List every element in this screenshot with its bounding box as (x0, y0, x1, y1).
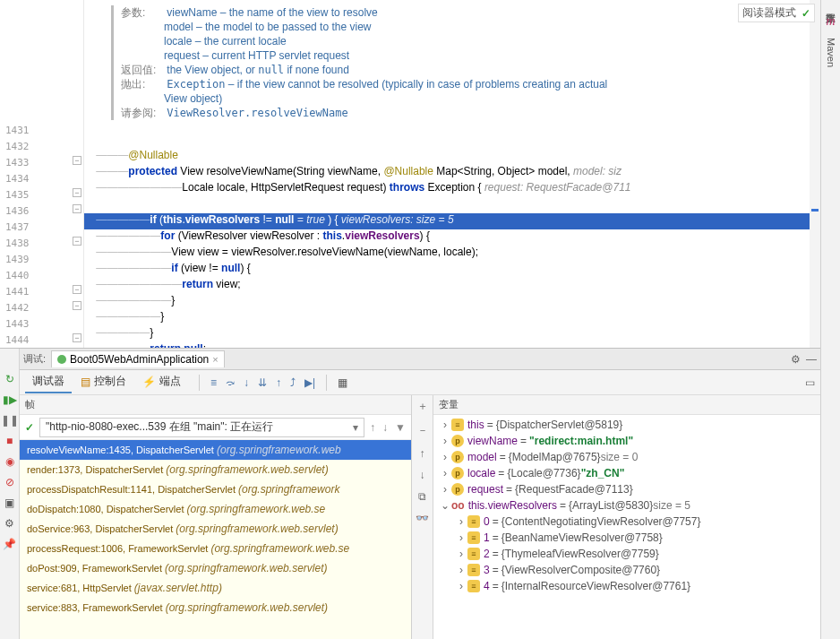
code-line[interactable]: ————————return view; (84, 278, 820, 294)
fold-icon[interactable]: − (73, 301, 81, 310)
variable-row[interactable]: ›pviewName = "redirect:main.html" (437, 433, 817, 449)
gutter-line[interactable]: 1437 (0, 219, 83, 235)
tree-twisty-icon[interactable]: ⌄ (439, 499, 451, 512)
variable-row[interactable]: ›≡0 = {ContentNegotiatingViewResolver@77… (437, 514, 817, 530)
code-line[interactable] (84, 197, 820, 213)
gutter-line[interactable]: 1436− (0, 203, 83, 219)
tree-twisty-icon[interactable]: › (455, 515, 467, 528)
copy-icon[interactable]: ⧉ (418, 490, 426, 503)
reader-mode-toggle[interactable]: 阅读器模式 ✓ (738, 4, 815, 22)
variable-row[interactable]: ›≡2 = {ThymeleafViewResolver@7759} (437, 546, 817, 562)
variable-row[interactable]: ›prequest = {RequestFacade@7113} (437, 481, 817, 497)
next-frame-icon[interactable]: ↓ (382, 421, 388, 434)
fold-icon[interactable]: − (73, 156, 81, 165)
tree-twisty-icon[interactable]: › (455, 548, 467, 560)
stack-frame[interactable]: processRequest:1006, FrameworkServlet (o… (20, 539, 411, 558)
code-line[interactable]: ———————View view = viewResolver.resolveV… (84, 246, 820, 262)
tab-breakpoints[interactable]: ⚡端点 (135, 371, 188, 393)
code-line[interactable]: ——————for (ViewResolver viewResolver : t… (84, 229, 820, 246)
remove-watch-icon[interactable]: － (417, 423, 428, 438)
filter-icon[interactable]: ▼ (395, 421, 406, 434)
gutter-line[interactable]: 1442− (0, 299, 83, 315)
stack-frame[interactable]: service:681, HttpServlet (javax.servlet.… (20, 578, 411, 598)
drop-frame-icon[interactable]: ⤴ (290, 376, 296, 389)
code-line[interactable]: ———————if (view != null) { (84, 262, 820, 278)
settings-icon[interactable]: ⚙ (3, 516, 16, 530)
fold-icon[interactable]: − (73, 237, 81, 246)
variable-row[interactable]: ›≡1 = {BeanNameViewResolver@7758} (437, 530, 817, 546)
code-column[interactable]: 参数: viewName – the name of the view to r… (84, 0, 820, 348)
tree-twisty-icon[interactable]: › (439, 483, 451, 496)
camera-icon[interactable]: ▣ (3, 496, 16, 509)
variable-row[interactable]: ›pmodel = {ModelMap@7675} size = 0 (437, 449, 817, 465)
editor-scrollbar[interactable] (810, 0, 820, 348)
show-exec-point-icon[interactable]: ≡ (210, 376, 217, 389)
gutter-line[interactable]: 1439 (0, 251, 83, 267)
stack-frame[interactable]: doDispatch:1080, DispatcherServlet (org.… (20, 499, 411, 519)
fold-icon[interactable]: − (73, 188, 81, 197)
prev-frame-icon[interactable]: ↑ (370, 421, 375, 434)
gutter-line[interactable]: 1441− (0, 283, 83, 299)
variable-row[interactable]: ›≡4 = {InternalResourceViewResolver@7761… (437, 578, 817, 594)
gear-icon[interactable]: ⚙ (791, 353, 801, 366)
pin-icon[interactable]: 📌 (3, 537, 16, 550)
variable-row[interactable]: ›≡this = {DispatcherServlet@5819} (437, 417, 817, 433)
variable-row[interactable]: ›≡3 = {ViewResolverComposite@7760} (437, 562, 817, 578)
close-icon[interactable]: × (212, 354, 218, 365)
code-line[interactable]: ———————} (84, 294, 820, 310)
code-line[interactable]: —————return null; (84, 342, 820, 348)
gutter-line[interactable]: 1444− (0, 332, 83, 348)
code-line[interactable]: ——————} (84, 310, 820, 326)
fold-icon[interactable]: − (73, 333, 81, 342)
minimize-icon[interactable]: — (806, 353, 817, 366)
run-to-cursor-icon[interactable]: ▶| (304, 376, 315, 389)
gutter-line[interactable]: 1438− (0, 235, 83, 251)
fold-icon[interactable]: − (73, 285, 81, 294)
code-line[interactable]: ————————Locale locale, HttpServletReques… (84, 181, 820, 197)
glasses-icon[interactable]: 👓 (416, 512, 429, 524)
pause-icon[interactable]: ❚❚ (3, 413, 16, 427)
code-line[interactable]: ———@Nullable (84, 149, 820, 165)
variables-list[interactable]: ›≡this = {DispatcherServlet@5819}›pviewN… (433, 415, 820, 639)
up-icon[interactable]: ↑ (420, 447, 425, 460)
gutter-line[interactable]: 1443 (0, 315, 83, 332)
stack-frame[interactable]: render:1373, DispatcherServlet (org.spri… (20, 460, 411, 479)
gutter-line[interactable]: 1433− (0, 154, 83, 170)
variable-row[interactable]: ⌄oothis.viewResolvers = {ArrayList@5830}… (437, 497, 817, 514)
tree-twisty-icon[interactable]: › (455, 531, 467, 544)
gutter-line[interactable]: 1434 (0, 170, 83, 186)
maven-icon[interactable]: m (826, 14, 835, 29)
stack-frame[interactable]: processDispatchResult:1141, DispatcherSe… (20, 479, 411, 499)
stack-frame[interactable]: doPost:909, FrameworkServlet (org.spring… (20, 558, 411, 578)
stack-frame[interactable]: service:883, FrameworkServlet (org.sprin… (20, 598, 411, 617)
stack-frame[interactable]: doService:963, DispatcherServlet (org.sp… (20, 519, 411, 539)
tree-twisty-icon[interactable]: › (439, 435, 451, 447)
variable-row[interactable]: ›plocale = {Locale@7736} "zh_CN" (437, 465, 817, 481)
thread-selector[interactable]: "http-nio-8080-exec...539 在组 "main": 正在运… (39, 418, 364, 437)
tab-debugger[interactable]: 调试器 (25, 371, 72, 393)
tree-twisty-icon[interactable]: › (455, 564, 467, 576)
fold-icon[interactable]: − (73, 204, 81, 213)
add-watch-icon[interactable]: ＋ (417, 399, 428, 414)
layout-icon[interactable]: ▭ (805, 376, 815, 389)
gutter-line[interactable]: 1435− (0, 186, 83, 203)
force-step-into-icon[interactable]: ⇊ (258, 376, 267, 389)
rerun-icon[interactable]: ↻ (3, 372, 16, 385)
gutter-line[interactable]: 1432 (0, 138, 83, 154)
view-breakpoints-icon[interactable]: ◉ (3, 454, 16, 468)
resume-icon[interactable]: ▮▶ (3, 393, 16, 406)
frames-list[interactable]: resolveViewName:1435, DispatcherServlet … (20, 440, 411, 639)
tab-console[interactable]: ▤控制台 (73, 371, 133, 393)
mute-breakpoints-icon[interactable]: ⊘ (3, 475, 16, 488)
step-into-icon[interactable]: ↓ (244, 376, 249, 389)
stop-icon[interactable]: ■ (3, 434, 16, 447)
tree-twisty-icon[interactable]: › (455, 580, 467, 592)
stack-frame[interactable]: resolveViewName:1435, DispatcherServlet … (20, 440, 411, 460)
step-over-icon[interactable]: ⤼ (226, 376, 235, 389)
code-line[interactable]: —————if (this.viewResolvers != null = tr… (84, 213, 820, 229)
tree-twisty-icon[interactable]: › (439, 419, 451, 431)
code-line[interactable]: —————} (84, 326, 820, 342)
tree-twisty-icon[interactable]: › (439, 451, 451, 463)
gutter-line[interactable]: 1431 (0, 122, 83, 138)
step-out-icon[interactable]: ↑ (276, 376, 281, 389)
